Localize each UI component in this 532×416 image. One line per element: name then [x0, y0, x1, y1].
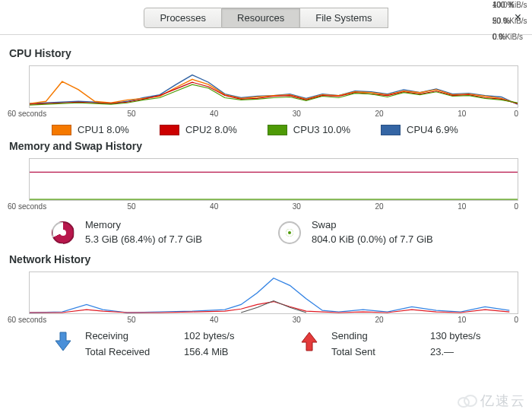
net-send-block: Sending 130 bytes/s Total Sent 23.—: [298, 330, 514, 357]
swap-pie-icon: [278, 221, 301, 244]
cpu-chart: [29, 65, 518, 108]
swap-detail: 804.0 KiB (0.0%) of 7.7 GiB: [312, 233, 433, 247]
memory-item[interactable]: Memory 5.3 GiB (68.4%) of 7.7 GiB: [52, 218, 202, 247]
cpu-chart-row: 60 seconds 50 40 30 20 10 0 100 % 50 % 0…: [8, 65, 524, 118]
net-y-axis: 40.0 KiB/s 20.0 KiB/s 0.0 KiB/s: [492, 0, 532, 43]
recv-total-label: Total Received: [85, 346, 184, 357]
svg-point-2: [458, 398, 469, 407]
cpu3-legend[interactable]: CPU3 10.0%: [268, 124, 350, 135]
recv-total: 156.4 MiB: [184, 346, 268, 357]
swap-label: Swap: [312, 218, 433, 233]
memory-detail: 5.3 GiB (68.4%) of 7.7 GiB: [85, 233, 202, 247]
cpu1-swatch: [52, 125, 71, 135]
tab-bar: Processes Resources File Systems ×: [0, 0, 532, 35]
send-total-label: Total Sent: [331, 346, 430, 357]
swap-item[interactable]: Swap 804.0 KiB (0.0%) of 7.7 GiB: [278, 218, 433, 247]
send-total: 23.—: [430, 346, 514, 357]
cpu3-swatch: [268, 125, 287, 135]
upload-arrow-icon: [298, 330, 321, 353]
mem-chart: [29, 158, 518, 201]
recv-rate: 102 bytes/s: [184, 330, 268, 341]
cpu4-legend[interactable]: CPU4 6.9%: [381, 124, 458, 135]
cpu1-legend[interactable]: CPU1 8.0%: [52, 124, 129, 135]
net-section-title: Network History: [9, 253, 524, 265]
mem-x-axis: 60 seconds 50 40 30 20 10 0: [8, 202, 518, 211]
cpu-section-title: CPU History: [9, 47, 524, 59]
cpu4-swatch: [381, 125, 401, 135]
net-stats: Receiving 102 bytes/s Total Received 156…: [52, 330, 524, 357]
tab-filesystems[interactable]: File Systems: [300, 8, 388, 28]
tab-processes[interactable]: Processes: [144, 8, 222, 28]
content-area: CPU History 60 seconds 50 40 30 20 10 0: [0, 35, 532, 362]
watermark: 亿速云: [458, 392, 526, 410]
download-arrow-icon: [52, 330, 74, 353]
net-recv-block: Receiving 102 bytes/s Total Received 156…: [52, 330, 268, 357]
net-chart: [29, 272, 518, 314]
mem-chart-row: 60 seconds 50 40 30 20 10 0 100 % 50 % 0…: [8, 158, 524, 211]
mem-swap-info: Memory 5.3 GiB (68.4%) of 7.7 GiB Swap 8…: [52, 218, 524, 247]
net-x-axis: 60 seconds 50 40 30 20 10 0: [8, 316, 518, 324]
net-chart-row: 60 seconds 50 40 30 20 10 0 40.0 KiB/s 2…: [8, 272, 524, 324]
memory-label: Memory: [85, 218, 202, 233]
send-label: Sending: [331, 330, 430, 341]
send-rate: 130 bytes/s: [430, 330, 514, 341]
cpu-legend: CPU1 8.0% CPU2 8.0% CPU3 10.0% CPU4 6.9%: [52, 124, 524, 135]
memory-pie-icon: [52, 221, 74, 244]
cpu2-swatch: [160, 125, 179, 135]
cpu2-legend[interactable]: CPU2 8.0%: [160, 124, 237, 135]
recv-label: Receiving: [85, 330, 184, 341]
tab-resources[interactable]: Resources: [222, 8, 300, 28]
cpu-x-axis: 60 seconds 50 40 30 20 10 0: [8, 110, 518, 118]
svg-point-3: [464, 395, 477, 406]
mem-section-title: Memory and Swap History: [9, 140, 524, 152]
